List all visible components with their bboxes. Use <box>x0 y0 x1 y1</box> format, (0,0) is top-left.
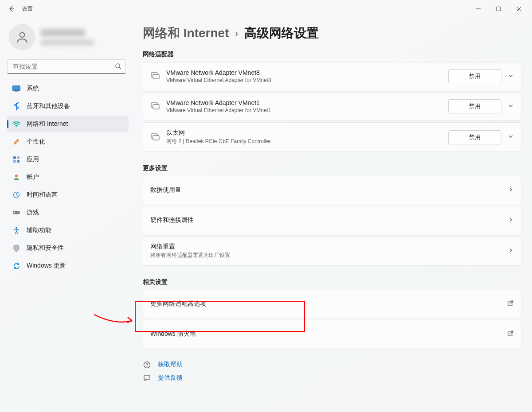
breadcrumb: 网络和 Internet › 高级网络设置 <box>143 25 521 42</box>
profile-name <box>41 29 85 37</box>
adapter-title: 以太网 <box>166 129 271 137</box>
window-controls <box>468 2 529 16</box>
adapter-card[interactable]: VMware Network Adapter VMnet8 VMware Vir… <box>143 62 521 90</box>
adapter-sub: 网络 2 | Realtek PCIe GbE Family Controlle… <box>166 138 271 145</box>
svg-rect-21 <box>153 136 159 140</box>
related-section-header: 相关设置 <box>143 278 521 286</box>
sidebar-item-privacy[interactable]: 隐私和安全性 <box>7 240 129 257</box>
data-usage-card[interactable]: 数据使用量 <box>143 176 521 204</box>
wifi-icon <box>12 120 20 128</box>
sidebar-item-time-lang[interactable]: 时间和语言 <box>7 187 129 203</box>
nav-label: 时间和语言 <box>27 191 58 199</box>
sidebar-item-personalize[interactable]: 个性化 <box>7 133 129 150</box>
main-content: 网络和 Internet › 高级网络设置 网络适配器 VMware Netwo… <box>133 18 532 412</box>
page-title: 高级网络设置 <box>244 25 319 42</box>
maximize-button[interactable] <box>489 2 509 16</box>
card-title: Windows 防火墙 <box>150 330 196 338</box>
chevron-down-icon[interactable] <box>508 73 514 80</box>
nav-label: 辅助功能 <box>27 226 51 234</box>
more-adapter-options-card[interactable]: 更多网络适配器选项 <box>143 290 521 318</box>
open-external-icon <box>507 300 514 308</box>
sidebar-item-accounts[interactable]: 帐户 <box>7 169 129 186</box>
adapter-card[interactable]: 以太网 网络 2 | Realtek PCIe GbE Family Contr… <box>143 122 521 152</box>
feedback-link[interactable]: 提供反馈 <box>143 374 521 382</box>
sidebar-item-system[interactable]: 系统 <box>7 80 129 97</box>
svg-point-14 <box>19 213 20 214</box>
apps-icon <box>12 155 20 163</box>
person-icon <box>15 30 29 44</box>
svg-rect-9 <box>17 160 20 163</box>
footer-link-label: 提供反馈 <box>158 374 183 382</box>
card-title: 数据使用量 <box>150 186 181 194</box>
svg-rect-3 <box>13 86 20 91</box>
app-title: 设置 <box>22 5 33 13</box>
maximize-icon <box>497 7 501 11</box>
chevron-down-icon[interactable] <box>508 103 514 110</box>
adapter-list: VMware Network Adapter VMnet8 VMware Vir… <box>143 62 521 152</box>
svg-point-1 <box>20 32 25 37</box>
adapter-title: VMware Network Adapter VMnet1 <box>166 99 271 106</box>
adapter-sub: VMware Virtual Ethernet Adapter for VMne… <box>166 107 271 113</box>
globe-clock-icon <box>12 191 20 199</box>
sidebar-item-bluetooth[interactable]: 蓝牙和其他设备 <box>7 98 129 115</box>
disable-button[interactable]: 禁用 <box>448 69 501 83</box>
nav-label: Windows 更新 <box>27 262 66 270</box>
gamepad-icon <box>12 209 20 217</box>
network-reset-card[interactable]: 网络重置 将所有网络适配器重置为出厂设置 <box>143 236 521 266</box>
svg-rect-19 <box>153 105 159 109</box>
svg-point-5 <box>16 126 17 127</box>
chevron-down-icon[interactable] <box>508 133 514 141</box>
nav-label: 网络和 Internet <box>27 120 68 128</box>
disable-button[interactable]: 禁用 <box>448 130 501 144</box>
bluetooth-icon <box>12 102 20 110</box>
adapter-card[interactable]: VMware Network Adapter VMnet1 VMware Vir… <box>143 92 521 120</box>
chevron-right-icon <box>508 217 514 224</box>
related-list: 更多网络适配器选项 Windows 防火墙 <box>143 290 521 348</box>
card-title: 网络重置 <box>150 243 230 251</box>
update-icon <box>12 262 20 270</box>
network-adapter-icon <box>150 72 160 81</box>
back-button[interactable] <box>5 3 18 15</box>
get-help-link[interactable]: 获取帮助 <box>143 361 521 369</box>
help-icon <box>143 361 151 369</box>
minimize-button[interactable] <box>468 2 489 16</box>
nav-list: 系统 蓝牙和其他设备 网络和 Internet 个性化 <box>7 80 129 274</box>
nav-label: 帐户 <box>27 173 39 181</box>
nav-label: 游戏 <box>27 209 39 217</box>
search-input[interactable] <box>7 59 126 74</box>
adapters-section-header: 网络适配器 <box>143 51 521 58</box>
close-button[interactable] <box>509 2 529 16</box>
back-arrow-icon <box>8 5 15 12</box>
avatar <box>9 24 35 51</box>
more-section-header: 更多设置 <box>143 164 521 172</box>
sidebar: 系统 蓝牙和其他设备 网络和 Internet 个性化 <box>0 18 133 412</box>
sidebar-item-update[interactable]: Windows 更新 <box>7 257 129 274</box>
adapter-title: VMware Network Adapter VMnet8 <box>166 69 271 76</box>
nav-label: 系统 <box>27 85 39 93</box>
network-adapter-icon <box>150 133 160 142</box>
accessibility-icon <box>12 226 20 234</box>
search-wrap <box>7 59 126 74</box>
profile-block[interactable] <box>7 21 129 58</box>
paint-icon <box>12 138 20 146</box>
breadcrumb-parent[interactable]: 网络和 Internet <box>143 25 229 42</box>
sidebar-item-apps[interactable]: 应用 <box>7 151 129 168</box>
adapter-sub: VMware Virtual Ethernet Adapter for VMne… <box>166 77 271 83</box>
sidebar-item-accessibility[interactable]: 辅助功能 <box>7 222 129 239</box>
search-icon <box>115 63 121 71</box>
nav-label: 应用 <box>27 155 39 163</box>
hardware-props-card[interactable]: 硬件和连接属性 <box>143 206 521 234</box>
windows-firewall-card[interactable]: Windows 防火墙 <box>143 320 521 348</box>
card-title: 硬件和连接属性 <box>150 216 194 224</box>
feedback-icon <box>143 374 151 382</box>
disable-button[interactable]: 禁用 <box>448 99 501 113</box>
shield-icon <box>12 244 20 252</box>
svg-rect-6 <box>13 156 16 159</box>
svg-rect-4 <box>15 91 18 92</box>
open-external-icon <box>507 330 514 338</box>
sidebar-item-gaming[interactable]: 游戏 <box>7 204 129 221</box>
profile-sub <box>41 39 94 46</box>
sidebar-item-network[interactable]: 网络和 Internet <box>7 116 129 132</box>
svg-point-25 <box>146 366 147 367</box>
svg-point-10 <box>15 175 18 177</box>
